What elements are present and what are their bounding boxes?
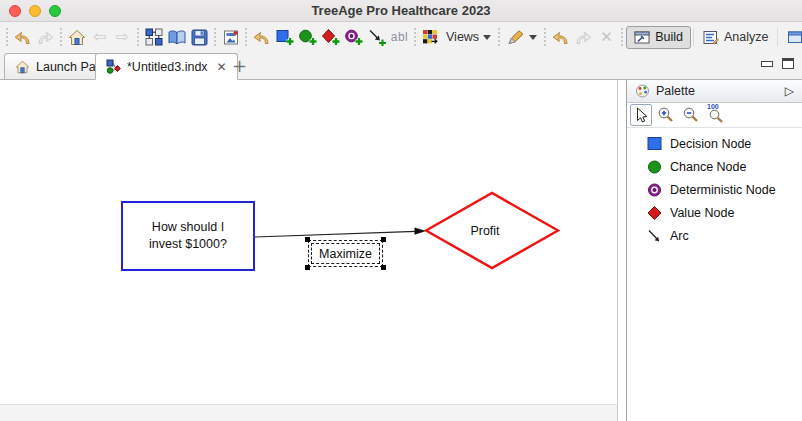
- tree-canvas[interactable]: How should I invest $1000? Maximize Prof…: [0, 80, 627, 421]
- build-perspective-icon: [634, 30, 650, 45]
- chance-node-icon: [647, 160, 662, 174]
- palette-item-chance-node[interactable]: Chance Node: [627, 155, 802, 178]
- report-image-icon: [222, 29, 240, 46]
- minimize-editor-icon[interactable]: [761, 61, 773, 67]
- palette-item-value-node[interactable]: Value Node: [627, 201, 802, 224]
- text-label-icon: abl: [388, 30, 412, 44]
- palette-toolbar: 100: [627, 103, 802, 128]
- back-button[interactable]: ⇦: [88, 25, 111, 49]
- add-chance-node-icon: [298, 28, 318, 46]
- toolbar-separator: [777, 28, 778, 46]
- palette-expand-icon[interactable]: ▷: [785, 84, 794, 98]
- zoom-out-tool-button[interactable]: [680, 104, 702, 126]
- change-node-type-button[interactable]: [250, 25, 273, 49]
- tree-redo-button[interactable]: [572, 25, 595, 49]
- tree-layout-button[interactable]: [142, 25, 165, 49]
- redo-icon: [36, 29, 55, 46]
- analyze-label: Analyze: [724, 30, 768, 44]
- decision-node[interactable]: How should I invest $1000?: [121, 201, 255, 271]
- perspective-analyze-button[interactable]: Analyze: [696, 27, 775, 48]
- tab-untitled3[interactable]: *Untitled3.indx ✕: [95, 53, 238, 80]
- analyze-perspective-icon: [703, 30, 719, 45]
- tree-diagram-icon: [145, 28, 163, 46]
- caret-down-icon: [529, 35, 537, 40]
- add-decision-node-button[interactable]: [273, 25, 296, 49]
- simulate-perspective-icon: [787, 30, 802, 44]
- home-icon: [68, 29, 86, 46]
- selection-handle[interactable]: [305, 265, 310, 270]
- undo-button[interactable]: [11, 25, 34, 49]
- build-label: Build: [655, 30, 683, 44]
- close-tab-icon[interactable]: ✕: [217, 60, 227, 74]
- style-pen-dropdown[interactable]: [503, 29, 541, 45]
- main-toolbar: ⇦ ⇨ abl: [0, 22, 802, 52]
- forward-button[interactable]: ⇨: [111, 25, 134, 49]
- add-label-button[interactable]: abl: [388, 25, 411, 49]
- selection-handle[interactable]: [305, 237, 310, 242]
- perspective-build-button[interactable]: Build: [626, 26, 691, 49]
- value-node-icon: [647, 206, 662, 220]
- zoom-in-icon: [657, 106, 675, 124]
- toolbar-separator: [498, 28, 500, 46]
- palette-item-decision-node[interactable]: Decision Node: [627, 132, 802, 155]
- add-arc-button[interactable]: [365, 25, 388, 49]
- undo-icon: [551, 29, 570, 46]
- palette-item-label: Deterministic Node: [670, 183, 776, 197]
- fullscreen-window-button[interactable]: [49, 5, 61, 17]
- palette-item-deterministic-node[interactable]: Deterministic Node: [627, 178, 802, 201]
- redo-button[interactable]: [34, 25, 57, 49]
- delete-x-icon: ✕: [600, 30, 613, 45]
- tree-undo-button[interactable]: [549, 25, 572, 49]
- palette-item-arc[interactable]: Arc: [627, 224, 802, 247]
- tab-untitled3-label: *Untitled3.indx: [127, 60, 208, 74]
- views-dropdown[interactable]: Views: [442, 30, 495, 44]
- zoom-100-tool-button[interactable]: 100: [705, 104, 727, 126]
- arc-label-box[interactable]: Maximize: [308, 240, 383, 267]
- open-model-button[interactable]: [165, 25, 188, 49]
- change-type-arrow-icon: [252, 29, 271, 46]
- maximize-editor-icon[interactable]: [782, 58, 794, 69]
- value-node[interactable]: Profit: [424, 190, 560, 271]
- canvas-page[interactable]: How should I invest $1000? Maximize Prof…: [0, 80, 618, 404]
- add-chance-node-button[interactable]: [296, 25, 319, 49]
- tab-launch-pad-label: Launch Pad: [36, 60, 103, 74]
- palette-item-label: Decision Node: [670, 137, 751, 151]
- arc-icon: [647, 229, 662, 243]
- minimize-window-button[interactable]: [29, 5, 41, 17]
- palette-item-list: Decision Node Chance Node Deterministic …: [627, 128, 802, 247]
- table-views-button[interactable]: [419, 25, 442, 49]
- caret-down-icon: [483, 35, 491, 40]
- save-floppy-icon: [191, 29, 208, 46]
- export-image-button[interactable]: [219, 25, 242, 49]
- close-window-button[interactable]: [9, 5, 21, 17]
- save-button[interactable]: [188, 25, 211, 49]
- palette-item-label: Chance Node: [670, 160, 746, 174]
- arc-label-text: Maximize: [319, 247, 372, 261]
- palette-header[interactable]: Palette ▷: [627, 80, 802, 103]
- add-deterministic-node-button[interactable]: [342, 25, 365, 49]
- new-tab-button[interactable]: +: [232, 55, 247, 77]
- selection-handle[interactable]: [381, 237, 386, 242]
- cursor-icon: [635, 107, 648, 123]
- pen-icon: [507, 29, 525, 45]
- delete-button[interactable]: ✕: [595, 25, 618, 49]
- views-grid-icon: [422, 29, 439, 45]
- zoom-in-tool-button[interactable]: [655, 104, 677, 126]
- palette-panel: Palette ▷ 100 Decision Node: [627, 80, 802, 421]
- toolbar-separator: [214, 28, 216, 46]
- perspective-switcher: Build Analyze Sim: [618, 22, 802, 52]
- home-button[interactable]: [65, 25, 88, 49]
- decision-node-icon: [647, 137, 662, 150]
- toolbar-separator: [621, 28, 623, 46]
- palette-title: Palette: [656, 84, 695, 98]
- back-arrow-icon: ⇦: [93, 29, 106, 45]
- toolbar-separator: [6, 28, 8, 46]
- toolbar-separator: [60, 28, 62, 46]
- titlebar: TreeAge Pro Healthcare 2023: [0, 0, 802, 22]
- select-tool-button[interactable]: [630, 104, 652, 126]
- add-value-node-button[interactable]: [319, 25, 342, 49]
- palette-icon: [635, 84, 650, 98]
- perspective-simulate-button[interactable]: Sim: [780, 27, 802, 47]
- selection-handle[interactable]: [381, 265, 386, 270]
- zoom-out-icon: [682, 106, 700, 124]
